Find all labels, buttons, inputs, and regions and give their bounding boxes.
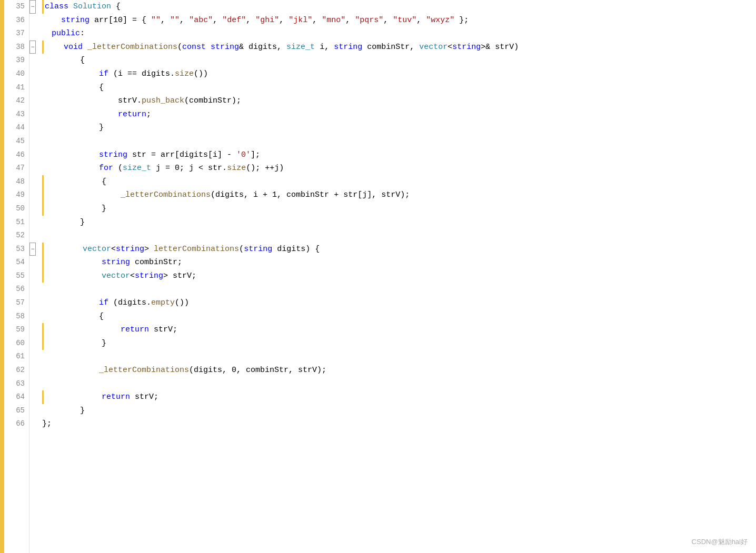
code-line: }; — [42, 417, 756, 431]
token: { — [42, 83, 104, 92]
collapse-icon[interactable]: − — [29, 41, 36, 54]
collapse-gutter[interactable]: −−− — [29, 0, 40, 553]
gutter-cell — [29, 81, 40, 95]
token: 0 — [175, 164, 180, 173]
token: push_back — [142, 96, 184, 105]
line-number: 57 — [6, 296, 25, 310]
token: "mno" — [322, 16, 345, 25]
token: } — [42, 123, 104, 132]
token: { — [42, 312, 104, 321]
token: str = arr[digits[i] - — [127, 150, 236, 159]
token: } — [42, 406, 85, 415]
line-number: 51 — [6, 216, 25, 229]
token: } — [45, 339, 106, 348]
token: { — [111, 2, 121, 11]
code-viewer: 3536373839404142434445464748495051525354… — [0, 0, 756, 553]
token — [42, 164, 99, 173]
token: < — [111, 245, 116, 254]
gutter-cell — [29, 175, 40, 189]
token — [42, 110, 118, 119]
token: strV. — [42, 96, 142, 105]
token: Solution — [73, 2, 111, 11]
collapse-icon[interactable]: − — [29, 0, 36, 14]
code-line: vector<string> strV; — [42, 269, 756, 283]
token: arr[10] = { — [94, 16, 151, 25]
line-number: 65 — [6, 404, 25, 418]
token: public — [52, 29, 80, 38]
line-number: 39 — [6, 54, 25, 67]
token — [45, 190, 121, 199]
gutter-cell — [29, 404, 40, 418]
token: size — [175, 69, 194, 78]
code-line — [42, 377, 756, 391]
token: const — [182, 43, 211, 52]
gutter-cell — [29, 283, 40, 296]
gutter-cell — [29, 269, 40, 283]
gutter-cell[interactable]: − — [29, 243, 40, 256]
gutter-cell — [29, 323, 40, 337]
gutter-cell — [29, 54, 40, 67]
gutter-cell[interactable]: − — [29, 0, 40, 14]
gutter-cell[interactable]: − — [29, 41, 40, 54]
code-line: _letterCombinations(digits, i + 1, combi… — [42, 188, 756, 202]
token: , — [213, 16, 222, 25]
token: string — [42, 16, 94, 25]
token — [42, 150, 99, 159]
collapse-icon[interactable]: − — [29, 243, 36, 256]
token: 0 — [232, 366, 236, 375]
token: }; — [42, 419, 52, 428]
token: string — [211, 43, 239, 52]
token: ( — [239, 245, 244, 254]
token: < — [130, 272, 135, 280]
token: ()) — [194, 69, 208, 78]
code-line: _letterCombinations(digits, 0, combinStr… — [42, 364, 756, 377]
line-number: 60 — [6, 337, 25, 350]
line-number: 47 — [6, 162, 25, 175]
gutter-cell — [29, 229, 40, 243]
line-number: 55 — [6, 269, 25, 283]
gutter-cell — [29, 310, 40, 324]
token — [45, 245, 83, 254]
token: (digits, — [189, 366, 232, 375]
gutter-cell — [29, 14, 40, 27]
gutter-cell — [29, 202, 40, 216]
token — [42, 298, 99, 307]
code-line: { — [42, 175, 756, 189]
code-line: string str = arr[digits[i] - '0']; — [42, 148, 756, 162]
token: string — [452, 43, 481, 52]
code-line: if (digits.empty()) — [42, 296, 756, 310]
gutter-cell — [29, 337, 40, 350]
code-line: { — [42, 81, 756, 95]
line-number: 63 — [6, 377, 25, 391]
code-line: class Solution { — [42, 0, 756, 14]
line-number: 56 — [6, 283, 25, 296]
gutter-cell — [29, 148, 40, 162]
token: > — [144, 245, 154, 254]
token: ]; — [251, 150, 260, 159]
code-line: for (size_t j = 0; j < str.size(); ++j) — [42, 162, 756, 175]
token: }; — [454, 16, 469, 25]
token: "def" — [222, 16, 246, 25]
line-number: 36 — [6, 14, 25, 27]
code-line: string arr[10] = { "", "", "abc", "def",… — [42, 14, 756, 27]
token — [45, 325, 121, 334]
line-number: 52 — [6, 229, 25, 243]
token: string — [135, 272, 163, 280]
token: , combinStr + str[j], strV); — [277, 190, 410, 199]
line-number: 54 — [6, 256, 25, 269]
code-line: { — [42, 54, 756, 67]
line-number: 37 — [6, 27, 25, 41]
line-number: 40 — [6, 67, 25, 81]
code-line — [42, 135, 756, 148]
gutter-cell — [29, 417, 40, 431]
code-line: return strV; — [42, 323, 756, 337]
token: >& strV) — [481, 43, 519, 52]
token: "pqrs" — [355, 16, 383, 25]
line-number: 62 — [6, 364, 25, 377]
gutter-cell — [29, 135, 40, 148]
gutter-cell — [29, 216, 40, 229]
token: class — [45, 2, 73, 11]
token: (digits. — [108, 298, 151, 307]
code-line: } — [42, 404, 756, 418]
token — [42, 29, 52, 38]
